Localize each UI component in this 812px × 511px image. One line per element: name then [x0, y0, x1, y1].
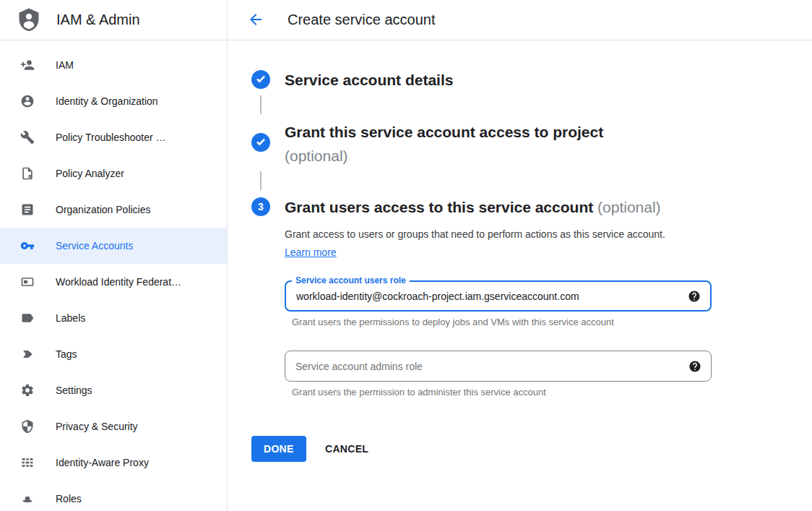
id-card-icon — [20, 275, 35, 289]
users-role-input[interactable] — [286, 282, 710, 310]
sidebar-item-organization-policies[interactable]: Organization Policies — [0, 192, 227, 228]
done-button[interactable]: DONE — [251, 436, 306, 462]
admins-role-helper-text: Grant users the permission to administer… — [292, 387, 546, 398]
product-header: IAM & Admin — [0, 0, 228, 40]
sidebar: IAM Identity & Organization Policy Troub… — [0, 40, 228, 511]
sidebar-item-identity-organization[interactable]: Identity & Organization — [0, 83, 227, 119]
person-add-icon — [20, 58, 35, 72]
step2-completed-check-icon — [251, 133, 270, 152]
product-title: IAM & Admin — [56, 12, 140, 28]
step1-completed-check-icon — [251, 70, 270, 89]
hat-icon — [20, 491, 35, 506]
policy-analyzer-icon — [20, 166, 35, 181]
proxy-icon — [20, 455, 35, 470]
users-role-field: Service account users role — [285, 280, 712, 312]
back-arrow-icon — [247, 11, 264, 28]
tag-arrow-icon — [20, 347, 35, 361]
sidebar-item-policy-troubleshooter[interactable]: Policy Troubleshooter … — [0, 119, 227, 155]
sidebar-item-policy-analyzer[interactable]: Policy Analyzer — [0, 155, 227, 192]
sidebar-item-labels[interactable]: Labels — [0, 300, 227, 336]
page-title: Create service account — [288, 12, 436, 28]
learn-more-link[interactable]: Learn more — [285, 246, 337, 258]
shield-icon — [20, 419, 35, 434]
step-connector — [260, 171, 262, 190]
top-header: IAM & Admin Create service account — [0, 0, 812, 40]
back-button[interactable] — [246, 11, 265, 30]
wrench-icon — [20, 130, 35, 145]
users-role-help-icon[interactable] — [688, 290, 701, 303]
admins-role-help-icon[interactable] — [688, 360, 701, 373]
users-role-helper-text: Grant users the permissions to deploy jo… — [292, 317, 614, 327]
step3-title: Grant users access to this service accou… — [285, 195, 798, 219]
page-header: Create service account — [228, 0, 812, 40]
admins-role-field — [285, 351, 712, 382]
iam-shield-logo-icon — [16, 7, 42, 33]
sidebar-item-identity-aware-proxy[interactable]: Identity-Aware Proxy — [0, 445, 227, 481]
sidebar-item-workload-identity-federation[interactable]: Workload Identity Federat… — [0, 264, 227, 300]
label-icon — [20, 311, 35, 325]
sidebar-item-tags[interactable]: Tags — [0, 336, 227, 372]
sidebar-item-service-accounts[interactable]: Service Accounts — [0, 228, 227, 264]
sidebar-item-iam[interactable]: IAM — [0, 47, 227, 83]
admins-role-input[interactable] — [285, 351, 711, 381]
sidebar-item-privacy-security[interactable]: Privacy & Security — [0, 408, 227, 445]
step-connector — [260, 95, 262, 114]
cancel-button[interactable]: CANCEL — [315, 436, 379, 462]
sidebar-item-settings[interactable]: Settings — [0, 372, 227, 408]
page: IAM & Admin Create service account IAM I… — [0, 0, 812, 511]
step3-description: Grant access to users or groups that nee… — [285, 226, 686, 262]
main-content: Service account details Grant this servi… — [228, 40, 812, 511]
step2-title: Grant this service account access to pro… — [285, 120, 649, 168]
gear-icon — [20, 383, 35, 398]
step3-number-badge: 3 — [251, 197, 270, 216]
sidebar-item-roles[interactable]: Roles — [0, 481, 227, 511]
step1-title: Service account details — [285, 69, 790, 91]
account-circle-icon — [20, 94, 35, 108]
document-icon — [20, 202, 35, 217]
key-icon — [20, 239, 35, 253]
